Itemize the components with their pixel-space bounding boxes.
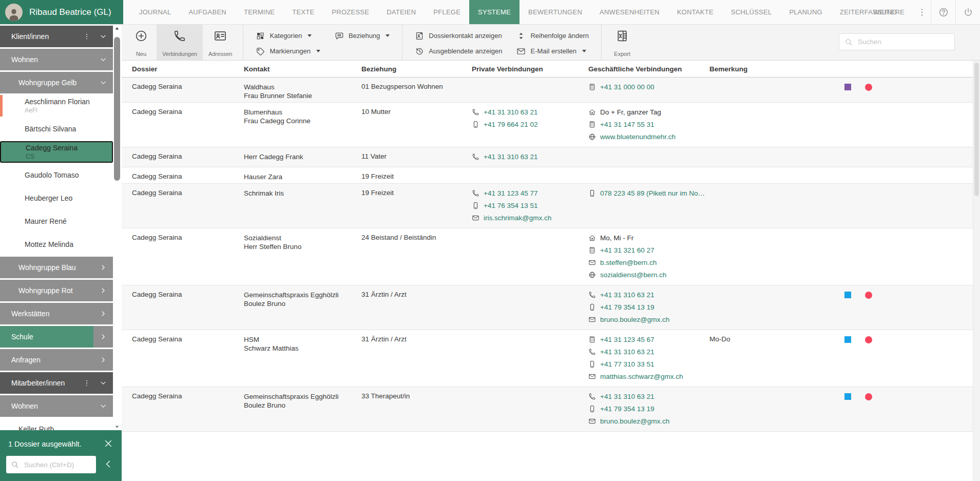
connection-text[interactable]: +41 79 354 13 19 bbox=[600, 405, 654, 413]
sidebar-item-wohngruppe-blau[interactable]: Wohngruppe Blau bbox=[0, 257, 113, 278]
connection-text[interactable]: +41 79 664 21 02 bbox=[484, 121, 537, 128]
tab-kontakte[interactable]: KONTAKTE bbox=[668, 0, 722, 24]
phone-link[interactable]: +41 31 310 63 21 bbox=[472, 152, 588, 161]
table-row[interactable]: Cadegg SerainaWaldhausFrau Brunner Stefa… bbox=[122, 78, 973, 103]
connection-text[interactable]: +41 77 310 33 51 bbox=[600, 360, 654, 368]
column-header-kontakt[interactable]: Kontakt bbox=[244, 65, 361, 73]
connection-text[interactable]: +41 31 310 63 21 bbox=[600, 393, 654, 400]
connection-text[interactable]: 078 223 45 89 (Pikett nur im No… bbox=[600, 189, 705, 197]
website-link[interactable]: sozialdienst@bern.ch bbox=[588, 271, 709, 279]
email-link[interactable]: b.steffen@bern.ch bbox=[588, 258, 709, 266]
table-row[interactable]: Cadegg SerainaSozialdienstHerr Steffen B… bbox=[122, 228, 973, 285]
phone-link[interactable]: +41 31 310 63 21 bbox=[588, 291, 709, 299]
sidebar-item-klient-innen[interactable]: Klient/innen bbox=[0, 26, 113, 47]
mobile-link[interactable]: +41 77 310 33 51 bbox=[588, 360, 709, 368]
tab-prozesse[interactable]: PROZESSE bbox=[323, 0, 378, 24]
connection-text[interactable]: +41 31 310 63 21 bbox=[600, 291, 654, 299]
kategorien-dropdown[interactable]: Kategorien bbox=[256, 30, 320, 41]
sidebar-search-input[interactable] bbox=[23, 460, 91, 469]
phone-link[interactable]: +41 31 310 63 21 bbox=[472, 108, 588, 116]
adressen-button[interactable]: Adressen bbox=[203, 25, 238, 60]
email-link[interactable]: bruno.boulez@gmx.ch bbox=[588, 417, 709, 425]
table-row[interactable]: Cadegg SerainaHerr Cadegg Frank11 Vater+… bbox=[122, 147, 973, 167]
chevron-down-icon[interactable] bbox=[93, 395, 113, 417]
kebab-menu-icon[interactable] bbox=[80, 372, 93, 394]
mobile-link[interactable]: +41 76 354 13 51 bbox=[472, 201, 588, 209]
main-scrollbar[interactable] bbox=[973, 61, 980, 481]
connection-text[interactable]: www.bluetenundmehr.ch bbox=[600, 133, 676, 141]
sidebar-item-cadegg-seraina[interactable]: Cadegg SerainaCS bbox=[0, 141, 113, 163]
phone-link[interactable]: +41 31 310 63 21 bbox=[588, 392, 709, 400]
reihenfolge-button[interactable]: Reihenfolge ändern bbox=[516, 30, 588, 41]
tab-texte[interactable]: TEXTE bbox=[283, 0, 323, 24]
chevron-right-icon[interactable] bbox=[93, 280, 113, 301]
connection-text[interactable]: b.steffen@bern.ch bbox=[600, 259, 657, 266]
chevron-down-icon[interactable] bbox=[93, 372, 113, 394]
column-header-geschäftliche-verbindungen[interactable]: Geschäftliche Verbindungen bbox=[588, 65, 709, 73]
email-link[interactable]: bruno.boulez@gmx.ch bbox=[588, 315, 709, 323]
connection-text[interactable]: +41 31 310 63 21 bbox=[484, 108, 537, 116]
sidebar-item-anfragen[interactable]: Anfragen bbox=[0, 349, 113, 371]
mobile-link[interactable]: +41 79 354 13 19 bbox=[588, 405, 709, 413]
email-link[interactable]: iris.schrimak@gmx.ch bbox=[472, 214, 588, 222]
close-icon[interactable] bbox=[103, 438, 114, 450]
kebab-menu-icon[interactable] bbox=[913, 0, 931, 24]
sidebar-item-werkstätten[interactable]: Werkstätten bbox=[0, 303, 113, 324]
connection-text[interactable]: +41 79 354 13 19 bbox=[600, 303, 654, 311]
markierungen-dropdown[interactable]: Markierungen bbox=[256, 46, 320, 56]
sidebar-item-gaudolo-tomaso[interactable]: Gaudolo Tomaso bbox=[0, 164, 113, 186]
website-link[interactable]: www.bluetenundmehr.ch bbox=[588, 132, 709, 141]
connection-text[interactable]: matthias.schwarz@gmx.ch bbox=[600, 373, 683, 380]
phone-link[interactable]: +41 31 321 60 27 bbox=[588, 246, 709, 254]
column-header-beziehung[interactable]: Beziehung bbox=[361, 65, 472, 73]
connection-text[interactable]: +41 31 123 45 77 bbox=[484, 189, 537, 197]
connection-text[interactable]: +41 31 147 55 31 bbox=[600, 121, 654, 128]
tab-termine[interactable]: TERMINE bbox=[235, 0, 283, 24]
sidebar-item-maurer-rené[interactable]: Maurer René bbox=[0, 210, 113, 232]
phone-link[interactable]: +41 31 147 55 31 bbox=[588, 120, 709, 128]
sidebar-item-mitarbeiter-innen[interactable]: Mitarbeiter/innen bbox=[0, 372, 113, 394]
connection-text[interactable]: +41 31 123 45 67 bbox=[600, 336, 654, 343]
scrollbar-thumb[interactable] bbox=[114, 37, 120, 181]
sidebar-item-wohnen[interactable]: Wohnen bbox=[0, 49, 113, 70]
chevron-right-icon[interactable] bbox=[93, 349, 113, 371]
mobile-link[interactable]: +41 79 354 13 19 bbox=[588, 303, 709, 311]
email-link[interactable]: matthias.schwarz@gmx.ch bbox=[588, 372, 709, 380]
help-icon[interactable] bbox=[931, 0, 955, 24]
tab-weitere[interactable]: WEITERE bbox=[864, 0, 913, 24]
table-row[interactable]: Cadegg SerainaGemeinschaftspraxis Egghöl… bbox=[122, 285, 973, 330]
tab-aufgaben[interactable]: AUFGABEN bbox=[180, 0, 235, 24]
tab-systeme[interactable]: SYSTEME bbox=[469, 0, 520, 24]
chevron-right-icon[interactable] bbox=[93, 303, 113, 324]
column-header-private-verbindungen[interactable]: Private Verbindungen bbox=[472, 65, 588, 73]
connection-text[interactable]: +41 31 310 63 21 bbox=[600, 348, 654, 356]
sidebar-item-wohngruppe-gelb[interactable]: Wohngruppe Gelb bbox=[0, 72, 113, 93]
table-row[interactable]: Cadegg SerainaHauser Zara19 Freizeit bbox=[122, 167, 973, 184]
column-header-dossier[interactable]: Dossier bbox=[132, 65, 244, 73]
scroll-up-icon[interactable] bbox=[114, 26, 120, 32]
table-row[interactable]: Cadegg SerainaSchrimak Iris19 Freizeit+4… bbox=[122, 184, 973, 228]
email-erstellen-dropdown[interactable]: E-Mail erstellen bbox=[516, 46, 588, 56]
phone-link[interactable]: +41 31 000 00 00 bbox=[588, 83, 709, 91]
connection-text[interactable]: +41 31 310 63 21 bbox=[484, 153, 537, 161]
ausgeblendete-toggle[interactable]: Ausgeblendete anzeigen bbox=[415, 46, 502, 56]
connection-text[interactable]: iris.schrimak@gmx.ch bbox=[484, 214, 551, 222]
connection-text[interactable]: +41 31 321 60 27 bbox=[600, 246, 654, 254]
connection-text[interactable]: +41 31 000 00 00 bbox=[600, 83, 654, 91]
scroll-down-icon[interactable] bbox=[114, 424, 120, 430]
chevron-right-icon[interactable] bbox=[93, 326, 113, 348]
tab-planung[interactable]: PLANUNG bbox=[780, 0, 831, 24]
chevron-right-icon[interactable] bbox=[93, 257, 113, 278]
tab-anwesenheiten[interactable]: ANWESENHEITEN bbox=[591, 0, 668, 24]
chevron-down-icon[interactable] bbox=[93, 72, 113, 93]
column-header-bemerkung[interactable]: Bemerkung bbox=[709, 65, 844, 73]
tab-journal[interactable]: JOURNAL bbox=[130, 0, 180, 24]
sidebar-item-bärtschi-silvana[interactable]: Bärtschi Silvana bbox=[0, 118, 113, 140]
dossierkontakt-toggle[interactable]: Dossierkontakt anzeigen bbox=[415, 30, 502, 41]
sidebar-item-schule[interactable]: Schule bbox=[0, 326, 113, 348]
chevron-down-icon[interactable] bbox=[93, 26, 113, 47]
phone-link[interactable]: +41 31 310 63 21 bbox=[588, 348, 709, 356]
sidebar-item-aeschlimann-florian[interactable]: Aeschlimann FlorianAeFl bbox=[0, 95, 113, 117]
export-button[interactable]: Export bbox=[607, 25, 638, 60]
current-user[interactable]: Ribaud Beatrice (GL) bbox=[0, 0, 123, 24]
